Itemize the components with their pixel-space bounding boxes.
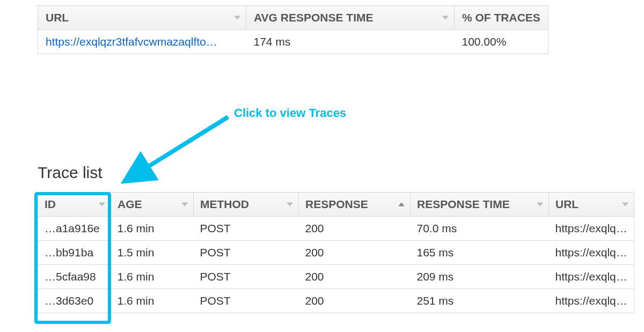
trace-header-url[interactable]: URL (549, 193, 634, 217)
summary-header-avg[interactable]: AVG RESPONSE TIME (246, 6, 455, 30)
trace-age: 1.6 min (111, 265, 194, 289)
trace-rt: 165 ms (411, 241, 549, 265)
header-label: % OF TRACES (462, 11, 540, 24)
trace-id-link[interactable]: …a1a916e (38, 217, 111, 241)
header-label: RESPONSE (305, 198, 368, 210)
trace-method: POST (194, 265, 299, 289)
svg-line-1 (131, 117, 228, 177)
trace-id-link[interactable]: …bb91ba (38, 241, 111, 265)
trace-rt: 70.0 ms (411, 217, 549, 241)
summary-header-url[interactable]: URL (38, 6, 246, 30)
trace-response: 200 (299, 217, 411, 241)
trace-method: POST (194, 289, 299, 313)
summary-table: URL AVG RESPONSE TIME % OF TRACES https:… (38, 5, 548, 54)
trace-header-response[interactable]: RESPONSE (299, 193, 411, 217)
trace-header-row: ID AGE METHOD RESPONSE RESPONSE TIME (38, 193, 634, 217)
trace-row: …bb91ba 1.5 min POST 200 165 ms https://… (38, 241, 634, 265)
trace-url: https://exqlq… (549, 241, 634, 265)
trace-age: 1.5 min (111, 241, 194, 265)
trace-id-link[interactable]: …5cfaa98 (38, 265, 111, 289)
chevron-down-icon (181, 203, 188, 206)
header-label: URL (555, 198, 579, 210)
trace-url: https://exqlq… (549, 289, 634, 313)
annotation-arrow-icon (113, 113, 236, 193)
summary-url-link[interactable]: https://exqlqzr3tfafvcwmazaqlfto… (38, 30, 246, 54)
chevron-down-icon (234, 16, 240, 20)
header-label: RESPONSE TIME (417, 198, 510, 210)
summary-avg-value: 174 ms (246, 30, 455, 54)
chevron-down-icon (537, 203, 543, 206)
trace-header-method[interactable]: METHOD (194, 193, 299, 217)
trace-list-heading: Trace list (38, 164, 103, 182)
trace-response: 200 (299, 289, 411, 313)
trace-id-link[interactable]: …3d63e0 (38, 289, 111, 313)
trace-header-id[interactable]: ID (38, 193, 111, 217)
header-label: AGE (118, 198, 142, 210)
trace-response: 200 (299, 265, 411, 289)
trace-url: https://exqlq… (549, 265, 634, 289)
trace-rt: 209 ms (411, 265, 549, 289)
trace-url: https://exqlq… (549, 217, 634, 241)
trace-header-age[interactable]: AGE (111, 193, 194, 217)
trace-rt: 251 ms (411, 289, 549, 313)
summary-pct-value: 100.00% (455, 30, 548, 54)
trace-method: POST (194, 217, 299, 241)
trace-row: …5cfaa98 1.6 min POST 200 209 ms https:/… (38, 265, 634, 289)
trace-age: 1.6 min (111, 217, 194, 241)
trace-row: …a1a916e 1.6 min POST 200 70.0 ms https:… (38, 217, 634, 241)
summary-header-pct[interactable]: % OF TRACES (455, 6, 548, 30)
trace-method: POST (194, 241, 299, 265)
chevron-down-icon (99, 203, 105, 206)
annotation-text: Click to view Traces (234, 106, 346, 120)
summary-row: https://exqlqzr3tfafvcwmazaqlfto… 174 ms… (38, 30, 548, 54)
header-label: ID (45, 198, 56, 210)
trace-header-rt[interactable]: RESPONSE TIME (411, 193, 549, 217)
summary-header-row: URL AVG RESPONSE TIME % OF TRACES (38, 6, 548, 30)
trace-table: ID AGE METHOD RESPONSE RESPONSE TIME (38, 192, 634, 313)
header-label: METHOD (200, 198, 249, 210)
trace-response: 200 (299, 241, 411, 265)
chevron-down-icon (622, 203, 628, 206)
chevron-down-icon (287, 203, 293, 206)
trace-age: 1.6 min (111, 289, 194, 313)
header-label: AVG RESPONSE TIME (254, 11, 373, 24)
header-label: URL (46, 11, 69, 24)
trace-row: …3d63e0 1.6 min POST 200 251 ms https://… (38, 289, 634, 313)
chevron-up-icon (398, 203, 405, 206)
chevron-down-icon (442, 16, 449, 20)
